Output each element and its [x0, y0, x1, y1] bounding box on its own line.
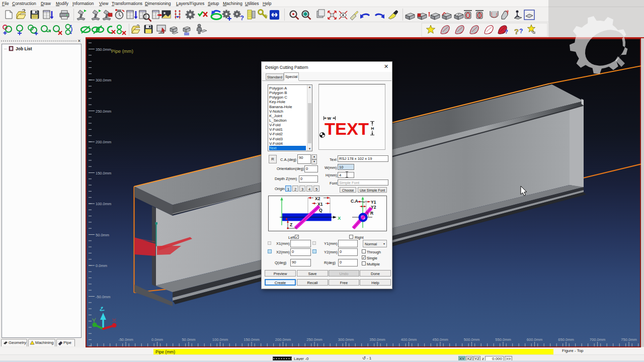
svg-text:500.0mm: 500.0mm	[464, 337, 479, 342]
svg-text:200.0mm: 200.0mm	[96, 140, 111, 144]
svg-text:600.0mm: 600.0mm	[527, 337, 542, 342]
svg-text:Z: Z	[290, 222, 292, 227]
svg-text:350.0mm: 350.0mm	[369, 337, 385, 342]
svg-text:100.0mm: 100.0mm	[212, 337, 228, 342]
svg-text:150.0mm: 150.0mm	[96, 171, 111, 175]
svg-text:550.0mm: 550.0mm	[495, 337, 511, 342]
svg-text:Pipe (mm): Pipe (mm)	[111, 48, 133, 54]
svg-text:X2: X2	[315, 196, 320, 201]
svg-text:H: H	[371, 126, 374, 131]
svg-text:700.0mm: 700.0mm	[590, 337, 605, 342]
svg-text:450.0mm: 450.0mm	[432, 337, 448, 342]
svg-text:200.0mm: 200.0mm	[275, 337, 291, 342]
svg-text:Y1: Y1	[371, 200, 376, 205]
svg-text:R: R	[370, 211, 373, 216]
svg-text:50.0mm: 50.0mm	[96, 233, 109, 237]
svg-text:650.0mm: 650.0mm	[558, 337, 574, 342]
svg-text:300.0mm: 300.0mm	[96, 78, 111, 82]
svg-text:Y2: Y2	[371, 205, 376, 210]
svg-text:100.0mm: 100.0mm	[96, 202, 111, 206]
svg-text:0.0mm: 0.0mm	[151, 337, 163, 342]
svg-text:-50.0mm: -50.0mm	[96, 295, 111, 299]
svg-text:150.0mm: 150.0mm	[244, 337, 259, 342]
svg-text:250.0mm: 250.0mm	[96, 109, 111, 114]
svg-text:400.0mm: 400.0mm	[401, 337, 417, 342]
svg-text:TEXT: TEXT	[325, 119, 369, 138]
svg-text:750.0mm: 750.0mm	[621, 337, 636, 342]
svg-text:250.0mm: 250.0mm	[306, 337, 322, 342]
svg-text:-50.0mm: -50.0mm	[118, 337, 133, 342]
svg-text:Q: Q	[319, 208, 323, 213]
svg-text:X1: X1	[317, 202, 323, 207]
svg-text:C.A: C.A	[351, 199, 358, 204]
svg-text:350.0mm: 350.0mm	[96, 47, 111, 52]
svg-text:X: X	[338, 215, 341, 221]
svg-text:0.0mm: 0.0mm	[96, 263, 107, 268]
svg-text:50.0mm: 50.0mm	[182, 337, 195, 342]
svg-text:300.0mm: 300.0mm	[338, 337, 354, 342]
